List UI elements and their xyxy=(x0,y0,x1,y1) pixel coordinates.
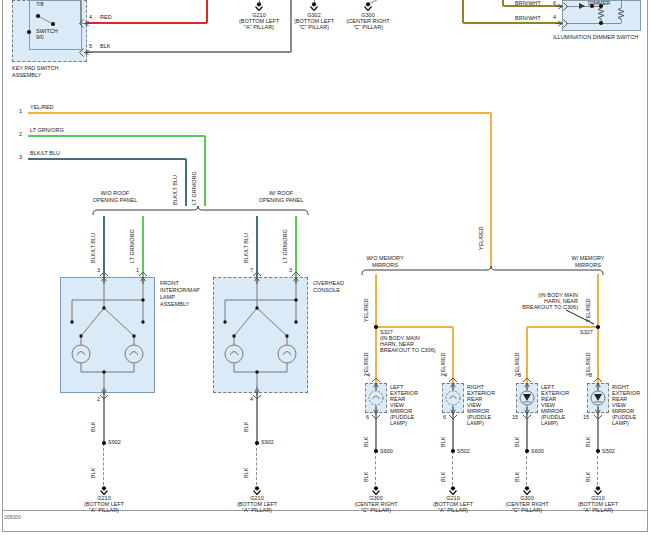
overhead-console-internals xyxy=(213,277,308,393)
splice-s902-a xyxy=(102,441,106,445)
wire-yelred-main-v xyxy=(490,113,492,266)
vlabel-blk-a2: BLK xyxy=(90,468,96,478)
mirror3-gnd-dashed xyxy=(526,451,527,485)
splice-label-s600-1: S600 xyxy=(380,448,393,454)
splice-label-s902-a: S902 xyxy=(108,439,121,445)
splice-s600-1 xyxy=(374,449,378,453)
splice-s327-left xyxy=(374,325,378,329)
wire-blkltblu-h xyxy=(28,158,186,160)
g210-lampA-3: "A" PILLAR) xyxy=(89,507,119,513)
g210-m4-3: "A" PILLAR) xyxy=(583,507,613,513)
lampA-gnd-wire xyxy=(103,393,105,443)
g300-m3-3: "C" PILLAR) xyxy=(512,507,542,513)
w-roof-1: W/ ROOF xyxy=(269,190,293,196)
pin-4-dimmer: 4 xyxy=(553,14,556,20)
ground-g210-m4 xyxy=(593,486,603,495)
pin-conn xyxy=(79,19,92,29)
frame-bottom xyxy=(2,531,647,532)
mirror4-gnd-dashed xyxy=(597,451,598,485)
mirror1-gnd-dashed xyxy=(375,451,376,485)
pin-conn xyxy=(556,19,569,29)
lampA-title-4: ASSEMBLY xyxy=(160,301,189,307)
pin-conn xyxy=(371,407,381,420)
splice-s327-right xyxy=(596,325,600,329)
wo-memory-1: W/O MEMORY xyxy=(366,255,403,261)
splice-s902-b xyxy=(255,441,259,445)
ground-g210-m2 xyxy=(448,486,458,495)
pin-conn xyxy=(252,271,262,284)
pin-1-lampA: 1 xyxy=(136,267,139,273)
front-interior-lamp-internals xyxy=(60,277,155,393)
vlabel-yelred-main: YEL/RED xyxy=(478,226,484,250)
branch-ltgrnorg-2 xyxy=(295,216,297,277)
pin-6-m1: 6 xyxy=(366,414,369,420)
frame-right xyxy=(647,0,648,532)
lampA-title-2: INTERIOR/MAP xyxy=(160,287,200,293)
pin-conn xyxy=(79,48,92,58)
wire-label-red: RED xyxy=(100,14,112,20)
pin-conn xyxy=(593,377,603,390)
pin-7-lampB: 7 xyxy=(250,267,253,273)
branch-blkltblu-2 xyxy=(256,216,258,277)
vlabel-blk-m3: BLK xyxy=(514,437,520,447)
pin-4-lampB: 4 xyxy=(250,396,253,402)
ground-g300-top xyxy=(363,2,373,11)
mirror1-label-7: LAMP) xyxy=(390,420,407,426)
ground-g210-lampA xyxy=(99,486,109,495)
pin-conn xyxy=(593,407,603,420)
pin-conn xyxy=(371,377,381,390)
keypad-dot-2 xyxy=(51,22,55,26)
vlabel-blk-b2: BLK xyxy=(243,468,249,478)
wire-brnwht-outer-v xyxy=(462,0,464,23)
mirror3-feed xyxy=(526,327,528,383)
wire-brnwht-outer-h xyxy=(463,22,562,24)
keypad-switch-inner-box xyxy=(29,0,82,50)
dimmer-dot-3 xyxy=(599,21,603,25)
wo-roof-1: W/O ROOF xyxy=(101,190,129,196)
wo-memory-2: MIRRORS xyxy=(372,262,398,268)
keypad-dot-1 xyxy=(36,14,40,18)
ground-g300-m3 xyxy=(522,486,532,495)
w-memory-1: W/ MEMORY xyxy=(572,255,605,261)
vlabel-blk-m1: BLK xyxy=(363,437,369,447)
label-yelred: YEL/RED xyxy=(30,104,54,110)
pin-conn xyxy=(99,387,109,400)
pin-4-m2: 4 xyxy=(444,372,447,378)
pin-conn xyxy=(138,271,148,284)
splice-label-s600-2: S600 xyxy=(531,448,544,454)
pin-conn xyxy=(448,407,458,420)
vlabel-branch-1: BLK/LT BLU xyxy=(90,233,96,263)
lampB-gnd-wire xyxy=(256,393,258,443)
wire-red-up xyxy=(206,0,208,23)
mirror3-label-7: LAMP) xyxy=(541,420,558,426)
vlabel-blk-m4b: BLK xyxy=(585,472,591,482)
memory-mirror-brace xyxy=(362,266,603,276)
g210-lampB-3: "A" PILLAR) xyxy=(242,507,272,513)
dimmer-res2-bot-stub xyxy=(621,20,622,23)
dimmer-label: DIMMER xyxy=(588,0,610,6)
vlabel-yelred-wo: YEL/RED xyxy=(363,298,369,322)
dimmer-bottom-line xyxy=(566,23,621,24)
lampA-title-1: FRONT xyxy=(160,280,179,286)
pin-4-keypad: 4 xyxy=(89,14,92,20)
mem-left-split-h xyxy=(376,326,453,328)
wire-ltgrnorg-h xyxy=(28,135,205,137)
pin-conn xyxy=(522,377,532,390)
pin-8-m3: 8 xyxy=(518,372,521,378)
label-blkltblu: BLK/LT BLU xyxy=(30,150,60,156)
splice-label-s502-1: S502 xyxy=(457,448,470,454)
wire-blk-keypad xyxy=(86,51,291,53)
pin-3-lampA: 3 xyxy=(97,267,100,273)
keypad-label-78: 7/8 xyxy=(36,1,44,7)
mirror4-label-7: LAMP) xyxy=(612,420,629,426)
pin-conn xyxy=(291,271,301,284)
splice-s502-1 xyxy=(451,449,455,453)
mem-right-split-h xyxy=(527,326,598,328)
keypad-dot-3 xyxy=(27,30,31,34)
pin-5-keypad: 5 xyxy=(89,43,92,49)
pin-conn xyxy=(556,2,569,12)
vlabel-branch-2: LT GRN/ORG xyxy=(129,229,135,263)
splice-label-s902-b: S902 xyxy=(261,439,274,445)
pin-6-dimmer: 6 xyxy=(553,0,556,6)
lampB-title-2: CONSOLE xyxy=(313,287,340,293)
